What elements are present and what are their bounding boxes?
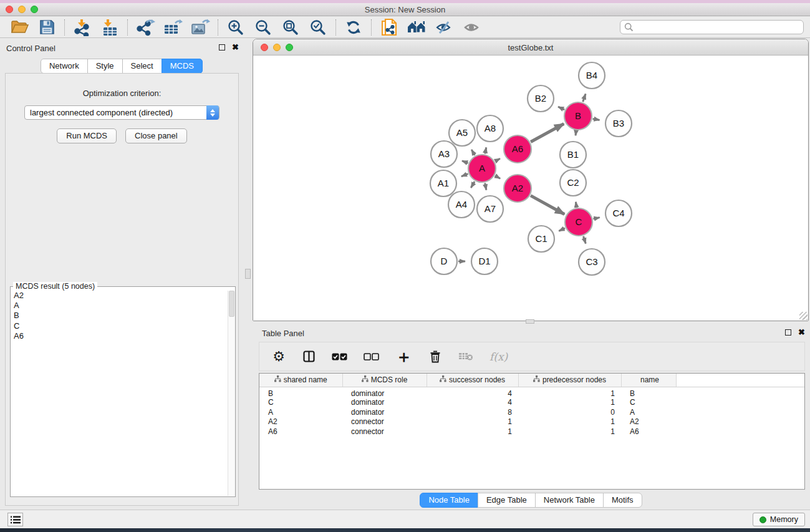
edge-A-A2[interactable] [495, 176, 500, 179]
cell-shared-name[interactable]: B [259, 387, 342, 398]
delete-table-button[interactable] [458, 347, 473, 366]
edge-B-B1[interactable] [576, 131, 576, 136]
edge-A-A6[interactable] [495, 158, 500, 161]
close-table-panel-icon[interactable]: ✖ [798, 329, 805, 336]
task-history-button[interactable] [7, 513, 23, 526]
export-image-button[interactable] [190, 18, 211, 37]
node-C2[interactable]: C2 [560, 170, 586, 196]
edge-C-C1[interactable] [559, 228, 565, 231]
cell-name[interactable]: A6 [621, 427, 676, 437]
node-B2[interactable]: B2 [528, 85, 554, 112]
float-table-panel-icon[interactable] [785, 329, 791, 336]
memory-button[interactable]: Memory [753, 513, 805, 526]
cell-predecessor-nodes[interactable]: 1 [518, 398, 621, 408]
edge-A2-C[interactable] [531, 196, 564, 215]
zoom-selected-button[interactable] [307, 18, 329, 37]
node-B[interactable]: B [564, 102, 592, 130]
optimization-criterion-dropdown[interactable]: largest connected component (directed) [24, 105, 219, 120]
result-scrollbar-thumb[interactable] [229, 291, 234, 317]
edge-B-B2[interactable] [558, 107, 564, 110]
table-row[interactable]: Adominator80A [259, 407, 804, 417]
edge-A-A5[interactable] [471, 150, 475, 155]
search-field[interactable] [620, 20, 804, 34]
tab-mcds[interactable]: MCDS [162, 59, 203, 74]
deselect-all-button[interactable] [364, 347, 379, 366]
table-row[interactable]: Bdominator41B [259, 387, 804, 398]
apply-layout-button[interactable] [343, 18, 364, 37]
node-A3[interactable]: A3 [431, 141, 457, 167]
tab-select[interactable]: Select [122, 59, 162, 74]
cell-name[interactable]: C [621, 398, 676, 408]
import-table-button[interactable] [99, 18, 120, 37]
window-resize-grip[interactable] [799, 312, 808, 320]
node-C3[interactable]: C3 [579, 249, 605, 275]
tab-network[interactable]: Network [41, 59, 88, 74]
mcds-result-list[interactable]: A2ABCA6 [11, 291, 227, 496]
edge-B-B3[interactable] [593, 118, 600, 120]
network-window-titlebar[interactable]: testGlobe.txt [253, 39, 808, 56]
cell-name[interactable]: B [621, 387, 676, 398]
tab-motifs[interactable]: Motifs [603, 493, 642, 508]
tab-style[interactable]: Style [87, 59, 123, 74]
node-A7[interactable]: A7 [477, 196, 503, 222]
float-panel-icon[interactable] [219, 44, 225, 51]
node-A[interactable]: A [468, 155, 496, 182]
node-C4[interactable]: C4 [605, 200, 632, 226]
column-header-MCDS-role[interactable]: MCDS role [342, 374, 427, 387]
table-row[interactable]: A6connector11A6 [259, 427, 804, 437]
cell-MCDS-role[interactable]: connector [342, 427, 427, 437]
cell-MCDS-role[interactable]: dominator [342, 387, 427, 398]
zoom-in-button[interactable] [225, 18, 246, 37]
edge-C-C3[interactable] [584, 236, 586, 244]
cell-predecessor-nodes[interactable]: 1 [518, 417, 621, 427]
cell-predecessor-nodes[interactable]: 1 [518, 427, 621, 437]
column-header-predecessor-nodes[interactable]: predecessor nodes [518, 374, 621, 387]
cell-shared-name[interactable]: A6 [259, 427, 342, 437]
edge-A-A7[interactable] [485, 183, 486, 190]
export-network-button[interactable] [135, 18, 156, 37]
new-network-file-button[interactable] [378, 18, 400, 37]
node-B4[interactable]: B4 [579, 62, 605, 89]
node-A8[interactable]: A8 [477, 115, 503, 142]
show-all-button[interactable] [461, 18, 482, 37]
cell-name[interactable]: A [621, 407, 676, 417]
cell-name[interactable]: A2 [621, 417, 676, 427]
show-columns-button[interactable] [302, 347, 316, 366]
edge-A-A3[interactable] [462, 161, 468, 163]
tab-network-table[interactable]: Network Table [535, 493, 604, 508]
cell-shared-name[interactable]: C [259, 398, 342, 408]
search-input[interactable] [634, 21, 803, 33]
cell-successor-nodes[interactable]: 4 [427, 387, 518, 398]
select-all-button[interactable] [332, 347, 347, 366]
save-session-button[interactable] [36, 18, 57, 37]
cell-shared-name[interactable]: A [259, 407, 342, 417]
column-header-successor-nodes[interactable]: successor nodes [427, 374, 518, 387]
result-item-b[interactable]: B [11, 311, 227, 321]
table-settings-button[interactable]: ⚙ [272, 347, 286, 366]
node-C1[interactable]: C1 [528, 226, 554, 252]
node-B1[interactable]: B1 [560, 142, 586, 168]
node-A1[interactable]: A1 [430, 170, 456, 196]
edge-A-A8[interactable] [485, 147, 486, 153]
result-item-a2[interactable]: A2 [11, 291, 227, 301]
run-mcds-button[interactable]: Run MCDS [57, 128, 117, 143]
import-network-button[interactable] [72, 18, 93, 37]
export-table-button[interactable] [162, 18, 183, 37]
delete-column-button[interactable] [428, 347, 442, 366]
edge-B-B4[interactable] [583, 94, 586, 102]
create-column-button[interactable]: ＋ [395, 347, 412, 366]
node-table[interactable]: shared nameMCDS rolesuccessor nodesprede… [259, 373, 805, 490]
close-panel-button[interactable]: Close panel [125, 128, 187, 143]
panel-splitter-handle[interactable] [245, 269, 251, 279]
column-header-shared-name[interactable]: shared name [259, 374, 342, 387]
node-C[interactable]: C [565, 208, 592, 236]
zoom-out-button[interactable] [253, 18, 274, 37]
cell-successor-nodes[interactable]: 1 [427, 427, 518, 437]
result-scrollbar[interactable] [228, 291, 235, 496]
node-A6[interactable]: A6 [504, 135, 531, 163]
edge-C-C2[interactable] [576, 202, 576, 208]
node-B3[interactable]: B3 [605, 110, 632, 137]
node-D1[interactable]: D1 [471, 248, 498, 274]
cell-predecessor-nodes[interactable]: 0 [518, 407, 621, 417]
node-D[interactable]: D [431, 248, 457, 274]
